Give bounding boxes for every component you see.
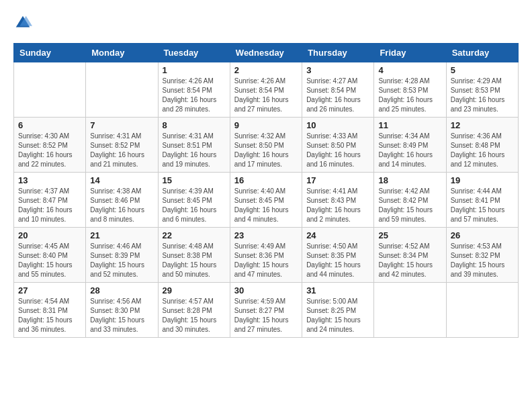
day-number: 25	[378, 230, 441, 240]
day-number: 15	[163, 175, 226, 185]
day-detail: Sunrise: 4:57 AMSunset: 8:28 PMDaylight:…	[163, 297, 226, 334]
day-number: 16	[234, 175, 298, 185]
day-number: 23	[234, 230, 298, 240]
calendar-cell: 16Sunrise: 4:40 AMSunset: 8:45 PMDayligh…	[230, 173, 302, 228]
calendar-cell: 4Sunrise: 4:28 AMSunset: 8:53 PMDaylight…	[374, 62, 446, 118]
calendar-cell: 6Sunrise: 4:30 AMSunset: 8:52 PMDaylight…	[14, 118, 86, 173]
day-number: 14	[90, 175, 153, 185]
calendar-week-row: 20Sunrise: 4:45 AMSunset: 8:40 PMDayligh…	[14, 228, 519, 283]
day-detail: Sunrise: 4:50 AMSunset: 8:35 PMDaylight:…	[306, 242, 369, 279]
day-number: 13	[18, 175, 81, 185]
calendar-cell	[374, 283, 446, 338]
calendar-cell: 15Sunrise: 4:39 AMSunset: 8:45 PMDayligh…	[158, 173, 230, 228]
day-detail: Sunrise: 4:26 AMSunset: 8:54 PMDaylight:…	[234, 77, 298, 114]
day-number: 4	[378, 65, 441, 75]
day-number: 11	[378, 120, 441, 130]
day-detail: Sunrise: 4:48 AMSunset: 8:38 PMDaylight:…	[163, 242, 226, 279]
day-detail: Sunrise: 4:52 AMSunset: 8:34 PMDaylight:…	[378, 242, 441, 279]
day-detail: Sunrise: 4:49 AMSunset: 8:36 PMDaylight:…	[234, 242, 298, 279]
calendar-cell: 11Sunrise: 4:34 AMSunset: 8:49 PMDayligh…	[374, 118, 446, 173]
day-number: 1	[163, 65, 226, 75]
weekday-header-friday: Friday	[374, 44, 446, 62]
calendar-cell: 17Sunrise: 4:41 AMSunset: 8:43 PMDayligh…	[302, 173, 374, 228]
day-detail: Sunrise: 4:31 AMSunset: 8:51 PMDaylight:…	[163, 132, 226, 169]
day-detail: Sunrise: 4:29 AMSunset: 8:53 PMDaylight:…	[451, 77, 514, 114]
day-detail: Sunrise: 4:40 AMSunset: 8:45 PMDaylight:…	[234, 187, 298, 224]
calendar-cell: 12Sunrise: 4:36 AMSunset: 8:48 PMDayligh…	[446, 118, 518, 173]
calendar-table: SundayMondayTuesdayWednesdayThursdayFrid…	[13, 43, 519, 338]
calendar-cell: 25Sunrise: 4:52 AMSunset: 8:34 PMDayligh…	[374, 228, 446, 283]
day-detail: Sunrise: 4:33 AMSunset: 8:50 PMDaylight:…	[306, 132, 369, 169]
day-number: 26	[451, 230, 514, 240]
calendar-cell: 9Sunrise: 4:32 AMSunset: 8:50 PMDaylight…	[230, 118, 302, 173]
day-number: 21	[90, 230, 153, 240]
calendar-week-row: 6Sunrise: 4:30 AMSunset: 8:52 PMDaylight…	[14, 118, 519, 173]
day-detail: Sunrise: 4:36 AMSunset: 8:48 PMDaylight:…	[451, 132, 514, 169]
day-number: 30	[234, 285, 298, 295]
calendar-cell	[86, 62, 158, 118]
weekday-header-sunday: Sunday	[14, 44, 86, 62]
day-detail: Sunrise: 4:30 AMSunset: 8:52 PMDaylight:…	[18, 132, 81, 169]
day-number: 18	[378, 175, 441, 185]
day-detail: Sunrise: 4:37 AMSunset: 8:47 PMDaylight:…	[18, 187, 81, 224]
day-number: 7	[90, 120, 153, 130]
day-detail: Sunrise: 4:45 AMSunset: 8:40 PMDaylight:…	[18, 242, 81, 279]
day-number: 12	[451, 120, 514, 130]
calendar-cell: 18Sunrise: 4:42 AMSunset: 8:42 PMDayligh…	[374, 173, 446, 228]
day-number: 31	[306, 285, 369, 295]
calendar-cell: 2Sunrise: 4:26 AMSunset: 8:54 PMDaylight…	[230, 62, 302, 118]
day-number: 5	[451, 65, 514, 75]
calendar-cell: 5Sunrise: 4:29 AMSunset: 8:53 PMDaylight…	[446, 62, 518, 118]
day-number: 20	[18, 230, 81, 240]
calendar-cell: 27Sunrise: 4:54 AMSunset: 8:31 PMDayligh…	[14, 283, 86, 338]
logo-icon	[13, 13, 32, 32]
calendar-cell: 1Sunrise: 4:26 AMSunset: 8:54 PMDaylight…	[158, 62, 230, 118]
calendar-cell: 22Sunrise: 4:48 AMSunset: 8:38 PMDayligh…	[158, 228, 230, 283]
weekday-header-monday: Monday	[86, 44, 158, 62]
day-detail: Sunrise: 4:59 AMSunset: 8:27 PMDaylight:…	[234, 297, 298, 334]
page-header	[13, 13, 519, 32]
day-number: 27	[18, 285, 81, 295]
day-detail: Sunrise: 4:54 AMSunset: 8:31 PMDaylight:…	[18, 297, 81, 334]
calendar-cell: 28Sunrise: 4:56 AMSunset: 8:30 PMDayligh…	[86, 283, 158, 338]
calendar-cell: 23Sunrise: 4:49 AMSunset: 8:36 PMDayligh…	[230, 228, 302, 283]
calendar-cell: 26Sunrise: 4:53 AMSunset: 8:32 PMDayligh…	[446, 228, 518, 283]
calendar-week-row: 1Sunrise: 4:26 AMSunset: 8:54 PMDaylight…	[14, 62, 519, 118]
calendar-cell: 14Sunrise: 4:38 AMSunset: 8:46 PMDayligh…	[86, 173, 158, 228]
calendar-cell	[446, 283, 518, 338]
calendar-header-row: SundayMondayTuesdayWednesdayThursdayFrid…	[14, 44, 519, 62]
calendar-cell: 8Sunrise: 4:31 AMSunset: 8:51 PMDaylight…	[158, 118, 230, 173]
calendar-cell	[14, 62, 86, 118]
calendar-cell: 21Sunrise: 4:46 AMSunset: 8:39 PMDayligh…	[86, 228, 158, 283]
day-detail: Sunrise: 4:34 AMSunset: 8:49 PMDaylight:…	[378, 132, 441, 169]
weekday-header-saturday: Saturday	[446, 44, 518, 62]
day-detail: Sunrise: 5:00 AMSunset: 8:25 PMDaylight:…	[306, 297, 369, 334]
day-number: 19	[451, 175, 514, 185]
calendar-cell: 20Sunrise: 4:45 AMSunset: 8:40 PMDayligh…	[14, 228, 86, 283]
day-detail: Sunrise: 4:27 AMSunset: 8:54 PMDaylight:…	[306, 77, 369, 114]
day-detail: Sunrise: 4:46 AMSunset: 8:39 PMDaylight:…	[90, 242, 153, 279]
day-detail: Sunrise: 4:38 AMSunset: 8:46 PMDaylight:…	[90, 187, 153, 224]
calendar-cell: 13Sunrise: 4:37 AMSunset: 8:47 PMDayligh…	[14, 173, 86, 228]
calendar-week-row: 13Sunrise: 4:37 AMSunset: 8:47 PMDayligh…	[14, 173, 519, 228]
day-detail: Sunrise: 4:28 AMSunset: 8:53 PMDaylight:…	[378, 77, 441, 114]
day-number: 28	[90, 285, 153, 295]
day-detail: Sunrise: 4:32 AMSunset: 8:50 PMDaylight:…	[234, 132, 298, 169]
day-detail: Sunrise: 4:31 AMSunset: 8:52 PMDaylight:…	[90, 132, 153, 169]
calendar-cell: 24Sunrise: 4:50 AMSunset: 8:35 PMDayligh…	[302, 228, 374, 283]
day-number: 17	[306, 175, 369, 185]
day-number: 3	[306, 65, 369, 75]
day-detail: Sunrise: 4:44 AMSunset: 8:41 PMDaylight:…	[451, 187, 514, 224]
day-detail: Sunrise: 4:42 AMSunset: 8:42 PMDaylight:…	[378, 187, 441, 224]
day-detail: Sunrise: 4:53 AMSunset: 8:32 PMDaylight:…	[451, 242, 514, 279]
day-number: 24	[306, 230, 369, 240]
day-detail: Sunrise: 4:39 AMSunset: 8:45 PMDaylight:…	[163, 187, 226, 224]
calendar-cell: 3Sunrise: 4:27 AMSunset: 8:54 PMDaylight…	[302, 62, 374, 118]
day-number: 2	[234, 65, 298, 75]
day-number: 6	[18, 120, 81, 130]
day-detail: Sunrise: 4:56 AMSunset: 8:30 PMDaylight:…	[90, 297, 153, 334]
day-number: 8	[163, 120, 226, 130]
calendar-week-row: 27Sunrise: 4:54 AMSunset: 8:31 PMDayligh…	[14, 283, 519, 338]
calendar-cell: 30Sunrise: 4:59 AMSunset: 8:27 PMDayligh…	[230, 283, 302, 338]
logo	[13, 13, 35, 32]
